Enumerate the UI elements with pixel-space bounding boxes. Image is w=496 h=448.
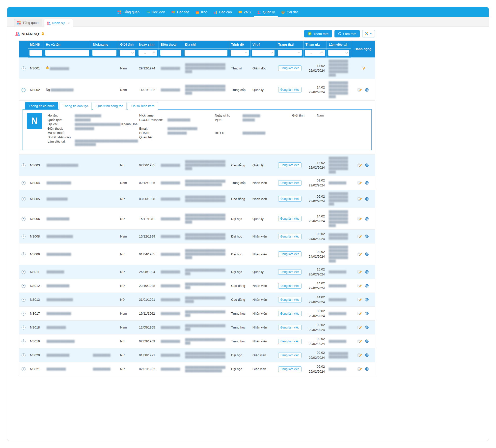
settings-button[interactable] xyxy=(364,353,369,358)
status-badge[interactable]: Đang làm việc xyxy=(278,87,302,92)
expand-row-button[interactable]: + xyxy=(22,163,26,167)
settings-button[interactable] xyxy=(364,311,369,316)
settings-button[interactable] xyxy=(364,297,369,302)
filter-ho-va-ten-input[interactable] xyxy=(45,50,89,56)
filter-tham-gia-daterange[interactable]: → xyxy=(305,50,325,56)
status-badge[interactable]: Đang làm việc xyxy=(278,234,302,239)
tab-nhan-su[interactable]: Nhân sự × xyxy=(44,19,73,27)
status-badge[interactable]: Đang làm việc xyxy=(278,65,302,71)
status-badge[interactable]: Đang làm việc xyxy=(278,283,302,289)
filter-vi-tri-select[interactable] xyxy=(252,50,275,56)
refresh-button[interactable]: Làm mới xyxy=(334,30,360,37)
expand-row-button[interactable]: + xyxy=(22,252,26,256)
nav-item-zns[interactable]: ZNS xyxy=(235,7,254,17)
settings-button[interactable] xyxy=(364,88,369,92)
nav-item-dao-tao[interactable]: Đào tạo xyxy=(168,7,192,17)
table-options-button[interactable] xyxy=(362,30,375,37)
status-badge[interactable]: Đang làm việc xyxy=(278,339,302,344)
status-badge[interactable]: Đang làm việc xyxy=(278,196,302,202)
settings-button[interactable] xyxy=(364,180,369,185)
settings-button[interactable] xyxy=(364,283,369,288)
nav-item-kho[interactable]: Kho xyxy=(192,7,210,17)
expand-row-button[interactable]: + xyxy=(22,66,26,70)
detail-tab-1[interactable]: Thông tin đào tạo xyxy=(59,102,92,110)
settings-button[interactable] xyxy=(364,163,369,168)
close-tab-icon[interactable]: × xyxy=(67,22,70,24)
settings-button[interactable] xyxy=(364,252,369,257)
filter-gioi-tinh-select[interactable] xyxy=(120,50,135,56)
expand-row-button[interactable]: + xyxy=(22,339,26,343)
redacted-text: ███████████████ xyxy=(75,114,101,118)
detail-tab-3[interactable]: Hồ sơ đính kèm xyxy=(128,102,158,110)
edit-button[interactable] xyxy=(357,311,362,316)
expand-row-button[interactable]: + xyxy=(22,217,26,221)
expand-row-button[interactable]: + xyxy=(22,270,26,274)
expand-row-button[interactable]: + xyxy=(22,326,26,329)
cell-dien-thoai: ███████████ xyxy=(159,348,183,362)
edit-button[interactable] xyxy=(357,325,362,330)
filter-ma-ns-input[interactable] xyxy=(29,50,42,56)
filter-ngay-sinh-daterange[interactable]: → xyxy=(138,50,157,56)
nav-item-tong-quan[interactable]: Tổng quan xyxy=(114,7,143,17)
filter-nickname-input[interactable] xyxy=(92,50,116,56)
status-badge[interactable]: Đang làm việc xyxy=(278,251,302,257)
status-badge[interactable]: Đang làm việc xyxy=(278,366,302,372)
edit-button[interactable] xyxy=(357,367,362,371)
edit-button[interactable] xyxy=(357,283,362,288)
detail-tab-2[interactable]: Quá trình công tác xyxy=(93,102,127,110)
edit-button[interactable] xyxy=(357,216,362,221)
edit-button[interactable] xyxy=(357,234,362,239)
nav-item-hoc-vien[interactable]: Học viên xyxy=(143,7,168,17)
expand-row-button[interactable]: + xyxy=(22,367,26,371)
settings-button[interactable] xyxy=(364,269,369,274)
collapse-row-button[interactable]: − xyxy=(22,88,26,92)
status-badge[interactable]: Đang làm việc xyxy=(278,325,302,330)
settings-button[interactable] xyxy=(364,234,369,239)
tab-tong-quan[interactable]: Tổng quan xyxy=(14,19,42,26)
cell-ho-va-ten: ███████████ xyxy=(44,362,91,376)
detail-tab-0[interactable]: Thông tin cá nhân xyxy=(25,102,58,110)
status-badge[interactable]: Đang làm việc xyxy=(278,269,302,275)
detail-field: Làm việc tại: ██████████████████████████… xyxy=(48,139,139,146)
nav-item-bao-cao[interactable]: Báo cáo xyxy=(210,7,235,17)
expand-row-button[interactable]: + xyxy=(22,298,26,302)
status-badge[interactable]: Đang làm việc xyxy=(278,311,302,316)
filter-trang-thai-select[interactable] xyxy=(278,50,302,56)
settings-button[interactable] xyxy=(364,339,369,344)
filter-dien-thoai-input[interactable] xyxy=(160,50,181,56)
edit-button[interactable] xyxy=(361,66,365,71)
edit-button[interactable] xyxy=(357,297,362,302)
expand-row-button[interactable]: + xyxy=(22,284,26,288)
edit-button[interactable] xyxy=(357,163,362,168)
settings-button[interactable] xyxy=(364,197,369,201)
cell-hanh-dong xyxy=(351,190,375,208)
expand-row-button[interactable]: + xyxy=(22,181,26,185)
settings-button[interactable] xyxy=(364,216,369,221)
edit-button[interactable] xyxy=(357,353,362,358)
expand-row-button[interactable]: + xyxy=(22,353,26,357)
status-badge[interactable]: Đang làm việc xyxy=(278,353,302,358)
settings-button[interactable] xyxy=(364,367,369,371)
status-badge[interactable]: Đang làm việc xyxy=(278,297,302,302)
edit-button[interactable] xyxy=(357,88,362,92)
edit-button[interactable] xyxy=(357,197,362,201)
expand-row-button[interactable]: + xyxy=(22,312,26,316)
status-badge[interactable]: Đang làm việc xyxy=(278,180,302,186)
filter-dia-chi-input[interactable] xyxy=(185,50,227,56)
nav-item-quan-ly[interactable]: Quản lý xyxy=(254,7,278,17)
edit-button[interactable] xyxy=(357,252,362,257)
settings-button[interactable] xyxy=(364,325,369,330)
filter-trinh-do-select[interactable] xyxy=(231,50,249,56)
cell-ngay-sinh: 31/01/1991 xyxy=(137,293,159,307)
expand-row-button[interactable]: + xyxy=(22,235,26,239)
edit-button[interactable] xyxy=(357,339,362,344)
expand-row-button[interactable]: + xyxy=(22,197,26,201)
nav-item-cai-dat[interactable]: Cài đặt xyxy=(278,7,301,17)
edit-button[interactable] xyxy=(357,269,362,274)
cell-ma-ns: NS009 xyxy=(28,243,44,265)
edit-button[interactable] xyxy=(357,180,362,185)
status-badge[interactable]: Đang làm việc xyxy=(278,162,302,168)
filter-lam-viec-tai-select[interactable] xyxy=(328,50,349,56)
add-new-button[interactable]: Thêm mới xyxy=(304,30,332,37)
status-badge[interactable]: Đang làm việc xyxy=(278,216,302,221)
